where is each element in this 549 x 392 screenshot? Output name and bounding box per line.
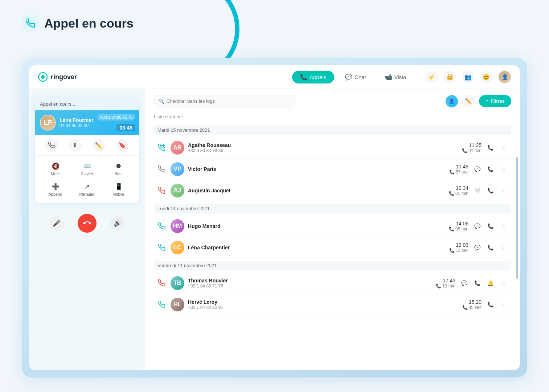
- share-option[interactable]: ↗ Partager: [71, 180, 102, 199]
- callback-action[interactable]: 📞: [485, 221, 495, 231]
- call-log-list[interactable]: Mardi 15 novembre 2021 AR Agathe Roussea…: [154, 123, 511, 364]
- pause-button[interactable]: ⏸: [69, 139, 82, 152]
- logo-icon: [38, 72, 48, 82]
- call-options-grid: 🔇 Mute ⌨️ Clavier ⏺ Rec. ➕: [35, 156, 139, 203]
- sms-action[interactable]: 💬: [472, 221, 482, 231]
- call-phone-badge: +33 1 84 80 71 76: [97, 114, 135, 121]
- tab-appels[interactable]: 📞 Appels: [292, 71, 334, 83]
- call-duration: 📞 13 min: [426, 283, 455, 289]
- mute-label: Mute: [51, 172, 60, 176]
- star-action[interactable]: ☆: [498, 242, 508, 253]
- call-time-info: 10:34 📞 01 min: [439, 185, 468, 196]
- call-log-item[interactable]: VP Victor Paris 10:49 📞 57 sec: [154, 159, 511, 180]
- filter-icon: ≡: [486, 98, 488, 104]
- mobile-option[interactable]: 📱 Mobile: [103, 180, 134, 199]
- call-log-item[interactable]: TB Thomas Bouvier +33 1 84 80 71 76 17:4…: [154, 273, 511, 294]
- team-button[interactable]: 👥: [462, 71, 474, 83]
- duration-phone-icon: 📞: [436, 283, 441, 289]
- contact-avatar: AJ: [171, 184, 184, 197]
- logo: ringover: [38, 72, 77, 82]
- call-duration: 📞 45 sec: [452, 305, 482, 310]
- inner-panel: ringover 📞 Appels 💬 Chat 📹 Visio ⚡ 👑: [29, 65, 520, 370]
- contact-phone: +33 1 84 80 20 91: [188, 305, 449, 310]
- sms-action[interactable]: 💬: [472, 242, 482, 253]
- main-content: Appel en cours... LF Léna Fournier 01 84…: [29, 89, 520, 370]
- star-action[interactable]: ☆: [498, 299, 508, 310]
- call-duration: 📞 05 min: [439, 226, 468, 232]
- contact-info: Augustin Jacquet: [188, 188, 436, 193]
- tab-visio[interactable]: 📹 Visio: [377, 71, 414, 83]
- speaker-button[interactable]: 🔊: [110, 216, 125, 231]
- call-log-actions: 🤍 📞 ☆: [472, 185, 508, 196]
- call-type-missed: [157, 278, 167, 288]
- contact-name: Léna Charpentier: [188, 245, 436, 250]
- keyboard-label: Clavier: [81, 172, 93, 176]
- keyboard-icon: ⌨️: [83, 162, 91, 170]
- crown-button[interactable]: 👑: [444, 71, 456, 83]
- record-option[interactable]: ⏺ Rec.: [103, 159, 134, 179]
- call-card: Appel en cours... LF Léna Fournier 01 84…: [35, 98, 139, 203]
- call-log-item[interactable]: LC Léna Charpentier 12:03 📞 13 sec: [154, 237, 511, 258]
- call-time-info: 11:25 📞 01 min: [452, 142, 482, 153]
- filter-button[interactable]: ≡ Filtres: [479, 95, 511, 107]
- contact-info: Victor Paris: [188, 166, 436, 172]
- contact-avatar: HM: [171, 219, 184, 233]
- call-time-info: 10:49 📞 57 sec: [439, 164, 468, 175]
- page-header: Appel en cours: [22, 15, 134, 32]
- mic-mute-button[interactable]: 🎤: [49, 216, 64, 231]
- tag-button[interactable]: 🔖: [116, 139, 129, 152]
- add-call-option[interactable]: ➕ Appeler: [40, 180, 71, 199]
- add-call-icon: ➕: [52, 183, 60, 191]
- star-action[interactable]: ☆: [498, 221, 508, 231]
- sms-action[interactable]: 💬: [459, 278, 469, 288]
- call-log-actions: 💬 📞 ☆: [472, 164, 508, 174]
- call-log-item[interactable]: AJ Augustin Jacquet 10:34 📞 01 min: [154, 180, 511, 201]
- sms-action[interactable]: 💬: [472, 164, 482, 174]
- star-action[interactable]: ☆: [498, 185, 508, 196]
- star-action[interactable]: ☆: [498, 143, 508, 153]
- callback-action[interactable]: 📞: [485, 299, 495, 310]
- call-log-item[interactable]: HM Hugo Menard 14:06 📞 05 min: [154, 216, 511, 237]
- call-type-inbound: [157, 164, 167, 174]
- call-log-item[interactable]: AR Agathe Rousseau +33 9 80 80 78 36 11:…: [154, 137, 511, 159]
- call-duration: 📞 01 min: [439, 191, 468, 196]
- call-type-outbound: [157, 221, 167, 231]
- emoji-button[interactable]: 😊: [480, 71, 492, 83]
- star-action[interactable]: ☆: [498, 164, 508, 174]
- end-call-button[interactable]: [78, 214, 97, 233]
- call-duration: 📞 13 sec: [439, 248, 468, 253]
- call-actions-row: ⏸ ✏️ 🔖: [35, 135, 139, 156]
- search-input[interactable]: [154, 95, 295, 107]
- call-log-item[interactable]: HL Hervé Leroy +33 1 84 80 20 91 15:20 📞…: [154, 294, 511, 315]
- callback-action[interactable]: 📞: [472, 278, 482, 288]
- call-type-outbound: [157, 242, 167, 253]
- share-icon: ↗: [84, 183, 90, 191]
- call-time: 11:25: [452, 142, 482, 148]
- edit-button[interactable]: ✏️: [92, 139, 105, 152]
- contact-avatar: VP: [171, 162, 184, 176]
- callback-action[interactable]: 📞: [485, 242, 495, 253]
- callback-action[interactable]: 📞: [485, 164, 495, 174]
- keyboard-option[interactable]: ⌨️ Clavier: [71, 159, 102, 179]
- pencil-button[interactable]: ✏️: [462, 95, 475, 107]
- call-duration: 📞 57 sec: [439, 170, 468, 175]
- call-time: 10:34: [439, 185, 468, 191]
- add-call-label: Appeler: [49, 192, 62, 196]
- call-timer: 03:45: [116, 124, 135, 131]
- user-avatar[interactable]: 👤: [498, 70, 511, 83]
- tab-chat[interactable]: 💬 Chat: [337, 71, 374, 83]
- contact-info: Thomas Bouvier +33 1 84 80 71 76: [188, 278, 423, 289]
- filter-avatar[interactable]: 👤: [446, 95, 458, 107]
- contact-phone: +33 9 80 80 78 36: [188, 148, 449, 153]
- call-time: 17:43: [426, 278, 455, 283]
- lightning-button[interactable]: ⚡: [426, 71, 438, 83]
- callback-action[interactable]: 📞: [485, 185, 495, 196]
- heart-action[interactable]: 🤍: [472, 185, 482, 196]
- mute-icon: 🔇: [52, 162, 60, 170]
- mute-option[interactable]: 🔇 Mute: [40, 159, 71, 179]
- callback-button[interactable]: [45, 139, 58, 152]
- star-action[interactable]: ☆: [498, 278, 508, 288]
- duration-phone-icon: 📞: [449, 248, 455, 253]
- bell-action-active[interactable]: 🔔: [485, 278, 495, 288]
- callback-action[interactable]: 📞: [485, 143, 495, 153]
